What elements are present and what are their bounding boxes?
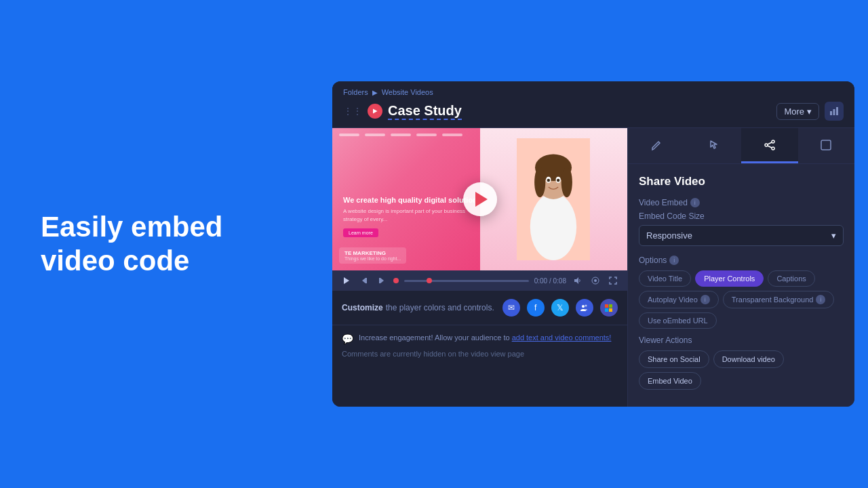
page-title: Case Study <box>388 103 462 120</box>
svg-rect-1 <box>833 109 835 115</box>
app-body: We create high quality digital solutions… <box>332 128 854 407</box>
breadcrumb: Folders ▶ Website Videos <box>343 88 844 96</box>
video-container: We create high quality digital solutions… <box>332 128 627 270</box>
svg-marker-16 <box>574 277 578 284</box>
email-share-icon[interactable]: ✉ <box>502 299 520 317</box>
svg-rect-0 <box>830 111 832 115</box>
chip-download-video[interactable]: Download video <box>713 350 784 368</box>
video-embed-info-icon[interactable]: i <box>690 198 700 207</box>
svg-rect-23 <box>605 308 608 312</box>
svg-point-17 <box>594 279 597 282</box>
left-panel: We create high quality digital solutions… <box>332 128 627 407</box>
svg-point-26 <box>765 144 768 146</box>
share-video-title: Share Video <box>639 175 844 188</box>
comment-section: 💬 Increase engagement! Allow your audien… <box>332 325 627 407</box>
tab-more[interactable] <box>798 128 855 163</box>
embed-size-select[interactable]: Responsive ▾ <box>639 225 844 246</box>
chip-oembed-url[interactable]: Use oEmbed URL <box>639 312 717 329</box>
chevron-down-icon: ▾ <box>807 106 812 117</box>
video-embed-label: Video Embed i <box>639 198 844 207</box>
chip-autoplay-video[interactable]: Autoplay Video i <box>639 291 719 308</box>
embed-size-label: Embed Code Size <box>639 211 844 221</box>
stats-icon[interactable] <box>825 102 844 121</box>
video-controls-bar: 0:00 / 0:08 <box>332 270 627 291</box>
fullscreen-button[interactable] <box>607 274 619 287</box>
embed-size-value: Responsive <box>646 230 692 241</box>
tab-edit[interactable] <box>628 128 685 163</box>
rewind-button[interactable] <box>358 274 370 287</box>
app-window: Folders ▶ Website Videos ⋮⋮ Case Study M… <box>332 81 854 407</box>
record-dot <box>393 278 399 283</box>
hero-text: Easily embed video code <box>41 210 222 279</box>
drag-handle[interactable]: ⋮⋮ <box>343 106 362 117</box>
comment-note: Comments are currently hidden on the vid… <box>342 350 618 358</box>
svg-marker-13 <box>344 277 349 284</box>
svg-point-27 <box>772 147 774 150</box>
comment-icon: 💬 <box>342 333 353 344</box>
viewer-actions-label: Viewer Actions <box>639 336 844 345</box>
comment-row: 💬 Increase engagement! Allow your audien… <box>342 332 618 344</box>
options-label: Options i <box>639 256 844 265</box>
tab-interact[interactable] <box>685 128 742 163</box>
right-panel: Share Video Video Embed i Embed Code Siz… <box>627 128 854 407</box>
right-panel-content: Share Video Video Embed i Embed Code Siz… <box>628 164 854 407</box>
progress-bar[interactable] <box>404 280 529 282</box>
svg-rect-24 <box>609 308 612 312</box>
progress-indicator <box>427 278 432 283</box>
tab-bar <box>628 128 854 164</box>
forward-button[interactable] <box>376 274 388 287</box>
customize-row: Customize the player colors and controls… <box>332 291 627 325</box>
action-chips: Share on Social Download video Embed Vid… <box>639 350 844 390</box>
video-overlay <box>332 128 627 270</box>
svg-rect-15 <box>379 278 380 283</box>
facebook-share-icon[interactable]: f <box>527 299 545 317</box>
volume-button[interactable] <box>572 274 584 287</box>
customize-suffix: the player colors and controls. <box>386 303 494 312</box>
autoplay-info-icon[interactable]: i <box>701 295 710 304</box>
transparent-bg-info-icon[interactable]: i <box>816 295 825 304</box>
team-share-icon[interactable] <box>576 299 593 317</box>
chip-video-title[interactable]: Video Title <box>639 270 691 287</box>
chip-embed-video[interactable]: Embed Video <box>639 372 701 390</box>
svg-rect-14 <box>366 278 367 283</box>
chip-player-controls[interactable]: Player Controls <box>695 270 764 287</box>
select-chevron-icon: ▾ <box>831 230 836 241</box>
svg-point-20 <box>585 304 587 306</box>
play-button[interactable] <box>463 182 497 216</box>
breadcrumb-arrow: ▶ <box>372 89 378 96</box>
svg-point-19 <box>582 305 585 308</box>
breadcrumb-current[interactable]: Website Videos <box>382 88 433 96</box>
chip-transparent-bg[interactable]: Transparent Background i <box>723 291 835 308</box>
svg-rect-30 <box>821 140 831 150</box>
title-right: More ▾ <box>776 102 844 121</box>
svg-rect-22 <box>609 304 612 308</box>
svg-rect-2 <box>836 107 838 115</box>
time-display: 0:00 / 0:08 <box>534 277 566 285</box>
hero-line2: video code <box>41 244 222 278</box>
twitter-share-icon[interactable]: 𝕏 <box>551 299 569 317</box>
play-pause-button[interactable] <box>340 274 353 287</box>
app-header: Folders ▶ Website Videos ⋮⋮ Case Study M… <box>332 81 854 128</box>
ms-share-icon[interactable] <box>600 299 618 317</box>
chip-captions[interactable]: Captions <box>768 270 814 287</box>
social-icons: ✉ f 𝕏 <box>502 299 618 317</box>
more-button[interactable]: More ▾ <box>776 103 819 120</box>
comment-text: Increase engagement! Allow your audience… <box>359 332 611 344</box>
option-chips: Video Title Player Controls Captions Aut… <box>639 270 844 329</box>
svg-line-28 <box>768 142 772 144</box>
hero-line1: Easily embed <box>41 210 222 244</box>
options-info-icon[interactable]: i <box>669 256 679 265</box>
title-left: ⋮⋮ Case Study <box>343 103 462 120</box>
customize-label: Customize <box>342 303 383 312</box>
chip-share-on-social[interactable]: Share on Social <box>639 350 709 368</box>
breadcrumb-folders[interactable]: Folders <box>343 88 368 96</box>
tab-share[interactable] <box>741 128 798 163</box>
svg-rect-21 <box>605 304 608 308</box>
svg-point-25 <box>772 140 774 143</box>
comment-link[interactable]: add text and video comments! <box>512 333 612 342</box>
svg-line-29 <box>768 146 772 148</box>
video-icon <box>368 104 382 119</box>
title-row: ⋮⋮ Case Study More ▾ <box>343 102 844 127</box>
settings-button[interactable] <box>589 274 601 287</box>
